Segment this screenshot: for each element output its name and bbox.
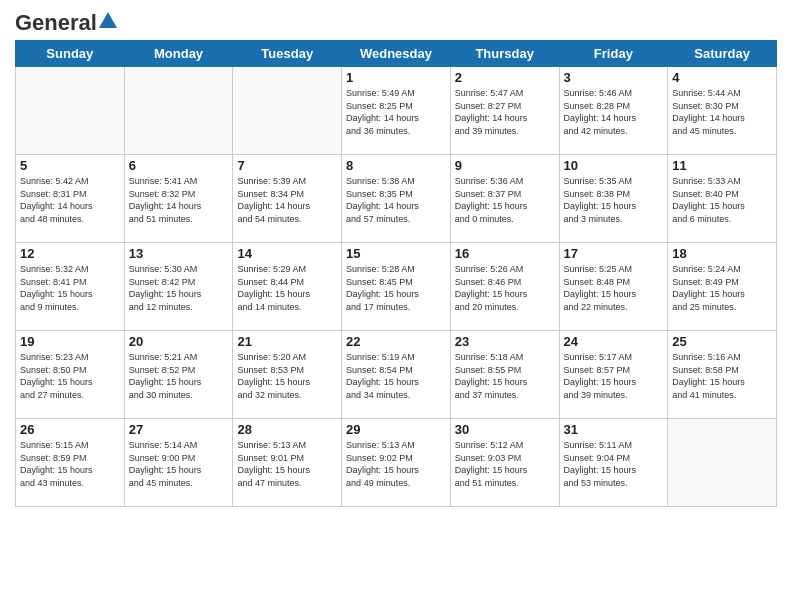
day-number: 28 (237, 422, 337, 437)
calendar-cell: 30Sunrise: 5:12 AM Sunset: 9:03 PM Dayli… (450, 419, 559, 507)
calendar-cell: 11Sunrise: 5:33 AM Sunset: 8:40 PM Dayli… (668, 155, 777, 243)
day-header-friday: Friday (559, 41, 668, 67)
calendar-cell: 17Sunrise: 5:25 AM Sunset: 8:48 PM Dayli… (559, 243, 668, 331)
day-header-thursday: Thursday (450, 41, 559, 67)
day-info: Sunrise: 5:39 AM Sunset: 8:34 PM Dayligh… (237, 175, 337, 225)
calendar-week-row: 19Sunrise: 5:23 AM Sunset: 8:50 PM Dayli… (16, 331, 777, 419)
day-info: Sunrise: 5:23 AM Sunset: 8:50 PM Dayligh… (20, 351, 120, 401)
logo: General (15, 10, 117, 32)
day-number: 30 (455, 422, 555, 437)
day-info: Sunrise: 5:44 AM Sunset: 8:30 PM Dayligh… (672, 87, 772, 137)
calendar-cell (233, 67, 342, 155)
day-info: Sunrise: 5:13 AM Sunset: 9:02 PM Dayligh… (346, 439, 446, 489)
day-number: 19 (20, 334, 120, 349)
day-number: 8 (346, 158, 446, 173)
day-info: Sunrise: 5:47 AM Sunset: 8:27 PM Dayligh… (455, 87, 555, 137)
day-number: 16 (455, 246, 555, 261)
day-info: Sunrise: 5:19 AM Sunset: 8:54 PM Dayligh… (346, 351, 446, 401)
day-number: 15 (346, 246, 446, 261)
day-number: 11 (672, 158, 772, 173)
calendar-cell: 14Sunrise: 5:29 AM Sunset: 8:44 PM Dayli… (233, 243, 342, 331)
calendar-cell: 27Sunrise: 5:14 AM Sunset: 9:00 PM Dayli… (124, 419, 233, 507)
calendar-cell: 5Sunrise: 5:42 AM Sunset: 8:31 PM Daylig… (16, 155, 125, 243)
calendar-cell: 7Sunrise: 5:39 AM Sunset: 8:34 PM Daylig… (233, 155, 342, 243)
day-number: 26 (20, 422, 120, 437)
day-number: 20 (129, 334, 229, 349)
calendar-week-row: 12Sunrise: 5:32 AM Sunset: 8:41 PM Dayli… (16, 243, 777, 331)
day-number: 4 (672, 70, 772, 85)
calendar-cell: 31Sunrise: 5:11 AM Sunset: 9:04 PM Dayli… (559, 419, 668, 507)
day-number: 12 (20, 246, 120, 261)
day-number: 9 (455, 158, 555, 173)
calendar-cell: 1Sunrise: 5:49 AM Sunset: 8:25 PM Daylig… (342, 67, 451, 155)
day-number: 6 (129, 158, 229, 173)
day-header-saturday: Saturday (668, 41, 777, 67)
day-number: 23 (455, 334, 555, 349)
svg-marker-0 (99, 12, 117, 28)
calendar-cell: 21Sunrise: 5:20 AM Sunset: 8:53 PM Dayli… (233, 331, 342, 419)
day-info: Sunrise: 5:18 AM Sunset: 8:55 PM Dayligh… (455, 351, 555, 401)
day-info: Sunrise: 5:21 AM Sunset: 8:52 PM Dayligh… (129, 351, 229, 401)
day-info: Sunrise: 5:41 AM Sunset: 8:32 PM Dayligh… (129, 175, 229, 225)
day-info: Sunrise: 5:15 AM Sunset: 8:59 PM Dayligh… (20, 439, 120, 489)
day-number: 14 (237, 246, 337, 261)
calendar-cell: 13Sunrise: 5:30 AM Sunset: 8:42 PM Dayli… (124, 243, 233, 331)
day-info: Sunrise: 5:36 AM Sunset: 8:37 PM Dayligh… (455, 175, 555, 225)
day-info: Sunrise: 5:26 AM Sunset: 8:46 PM Dayligh… (455, 263, 555, 313)
day-info: Sunrise: 5:25 AM Sunset: 8:48 PM Dayligh… (564, 263, 664, 313)
day-info: Sunrise: 5:28 AM Sunset: 8:45 PM Dayligh… (346, 263, 446, 313)
calendar-cell: 19Sunrise: 5:23 AM Sunset: 8:50 PM Dayli… (16, 331, 125, 419)
day-number: 29 (346, 422, 446, 437)
day-info: Sunrise: 5:24 AM Sunset: 8:49 PM Dayligh… (672, 263, 772, 313)
day-info: Sunrise: 5:11 AM Sunset: 9:04 PM Dayligh… (564, 439, 664, 489)
day-info: Sunrise: 5:33 AM Sunset: 8:40 PM Dayligh… (672, 175, 772, 225)
day-number: 7 (237, 158, 337, 173)
day-number: 3 (564, 70, 664, 85)
day-number: 25 (672, 334, 772, 349)
day-number: 5 (20, 158, 120, 173)
day-info: Sunrise: 5:32 AM Sunset: 8:41 PM Dayligh… (20, 263, 120, 313)
calendar-cell: 15Sunrise: 5:28 AM Sunset: 8:45 PM Dayli… (342, 243, 451, 331)
calendar-cell: 18Sunrise: 5:24 AM Sunset: 8:49 PM Dayli… (668, 243, 777, 331)
day-info: Sunrise: 5:42 AM Sunset: 8:31 PM Dayligh… (20, 175, 120, 225)
calendar-cell: 23Sunrise: 5:18 AM Sunset: 8:55 PM Dayli… (450, 331, 559, 419)
day-info: Sunrise: 5:20 AM Sunset: 8:53 PM Dayligh… (237, 351, 337, 401)
calendar-cell: 20Sunrise: 5:21 AM Sunset: 8:52 PM Dayli… (124, 331, 233, 419)
calendar-week-row: 1Sunrise: 5:49 AM Sunset: 8:25 PM Daylig… (16, 67, 777, 155)
day-number: 1 (346, 70, 446, 85)
day-info: Sunrise: 5:38 AM Sunset: 8:35 PM Dayligh… (346, 175, 446, 225)
day-info: Sunrise: 5:17 AM Sunset: 8:57 PM Dayligh… (564, 351, 664, 401)
calendar-cell: 26Sunrise: 5:15 AM Sunset: 8:59 PM Dayli… (16, 419, 125, 507)
day-number: 13 (129, 246, 229, 261)
calendar-header-row: SundayMondayTuesdayWednesdayThursdayFrid… (16, 41, 777, 67)
day-info: Sunrise: 5:29 AM Sunset: 8:44 PM Dayligh… (237, 263, 337, 313)
day-info: Sunrise: 5:16 AM Sunset: 8:58 PM Dayligh… (672, 351, 772, 401)
day-info: Sunrise: 5:35 AM Sunset: 8:38 PM Dayligh… (564, 175, 664, 225)
day-header-tuesday: Tuesday (233, 41, 342, 67)
calendar-cell: 16Sunrise: 5:26 AM Sunset: 8:46 PM Dayli… (450, 243, 559, 331)
day-number: 21 (237, 334, 337, 349)
day-info: Sunrise: 5:14 AM Sunset: 9:00 PM Dayligh… (129, 439, 229, 489)
calendar-cell: 9Sunrise: 5:36 AM Sunset: 8:37 PM Daylig… (450, 155, 559, 243)
day-info: Sunrise: 5:12 AM Sunset: 9:03 PM Dayligh… (455, 439, 555, 489)
calendar-cell: 6Sunrise: 5:41 AM Sunset: 8:32 PM Daylig… (124, 155, 233, 243)
calendar-cell (16, 67, 125, 155)
calendar-week-row: 5Sunrise: 5:42 AM Sunset: 8:31 PM Daylig… (16, 155, 777, 243)
day-header-monday: Monday (124, 41, 233, 67)
day-number: 27 (129, 422, 229, 437)
day-number: 31 (564, 422, 664, 437)
calendar-cell (668, 419, 777, 507)
calendar-cell: 4Sunrise: 5:44 AM Sunset: 8:30 PM Daylig… (668, 67, 777, 155)
page: General SundayMondayTuesdayWednesdayThur… (0, 0, 792, 612)
day-info: Sunrise: 5:13 AM Sunset: 9:01 PM Dayligh… (237, 439, 337, 489)
calendar-week-row: 26Sunrise: 5:15 AM Sunset: 8:59 PM Dayli… (16, 419, 777, 507)
day-number: 18 (672, 246, 772, 261)
calendar-cell: 29Sunrise: 5:13 AM Sunset: 9:02 PM Dayli… (342, 419, 451, 507)
logo-triangle-icon (99, 12, 117, 28)
day-header-sunday: Sunday (16, 41, 125, 67)
logo-general-text: General (15, 10, 97, 36)
day-number: 24 (564, 334, 664, 349)
header: General (15, 10, 777, 32)
calendar-cell: 24Sunrise: 5:17 AM Sunset: 8:57 PM Dayli… (559, 331, 668, 419)
calendar: SundayMondayTuesdayWednesdayThursdayFrid… (15, 40, 777, 507)
